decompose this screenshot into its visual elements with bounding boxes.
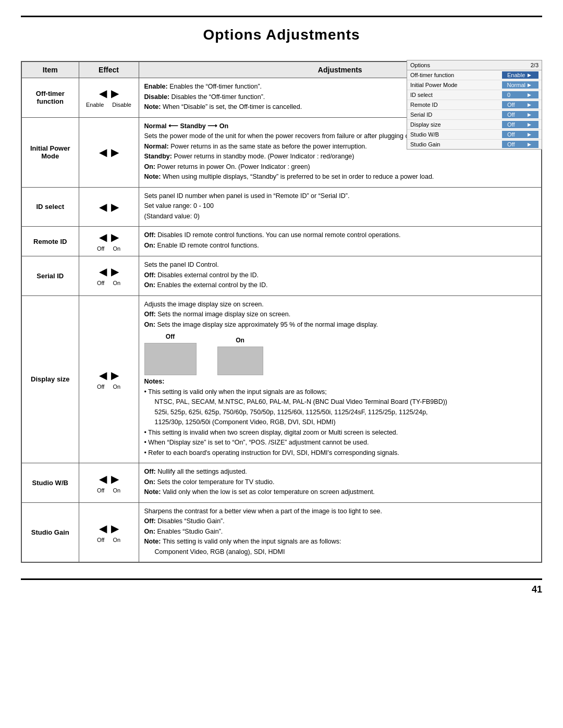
menu-row-label: Initial Power Mode — [410, 82, 502, 88]
adjustments-cell: Sets panel ID number when panel is used … — [139, 187, 542, 227]
left-arrow-icon[interactable]: ◀ — [99, 369, 107, 381]
adjustments-cell: Sharpens the contrast for a better view … — [139, 502, 542, 562]
menu-arrow-icon: ▶ — [528, 72, 531, 78]
effect-cell: ◀▶ — [79, 187, 139, 227]
adj-labeled-line: Off: Nullify all the settings adjusted. — [144, 467, 536, 477]
adj-labeled-line: On: Power returns in power On. (Power In… — [144, 163, 536, 172]
effect-label-left: Enable — [86, 102, 104, 108]
adj-notes-header: Notes: — [144, 377, 536, 387]
effect-cell: ◀▶ — [79, 117, 139, 187]
effect-label-right: On — [113, 537, 120, 543]
adj-labeled-line: On: Sets the image display size approxim… — [144, 320, 536, 330]
adjustments-cell: Sets the panel ID Control.Off: Disables … — [139, 256, 542, 296]
table-row: Serial ID◀▶OffOnSets the panel ID Contro… — [21, 256, 542, 296]
adj-labeled-line: Off: Disables external control by the ID… — [144, 271, 536, 280]
adj-plain: Adjusts the image display size on screen… — [144, 300, 536, 310]
effect-label-left: Off — [97, 537, 104, 543]
adj-labeled-line: Note: Valid only when the low is set as … — [144, 488, 536, 497]
arrow-control: ◀▶OffOn — [84, 522, 133, 543]
menu-arrow-icon: ▶ — [528, 132, 531, 137]
display-on-group: On — [217, 336, 263, 375]
effect-label-left: Off — [97, 384, 104, 390]
right-arrow-icon[interactable]: ▶ — [111, 265, 119, 278]
adj-labeled-line: Off: Disables “Studio Gain”. — [144, 517, 536, 526]
display-off-group: Off — [144, 332, 197, 375]
menu-row: Remote IDOff▶ — [407, 100, 542, 110]
menu-row: Studio GainOff▶ — [407, 140, 542, 149]
menu-row-label: ID select — [410, 92, 502, 98]
effect-cell: ◀▶OffOn — [79, 256, 139, 296]
adj-plain: (Standard value: 0) — [144, 212, 536, 221]
item-cell: Initial Power Mode — [21, 117, 79, 187]
display-on-rect — [217, 347, 263, 375]
effect-cell: ◀▶OffOn — [79, 463, 139, 503]
arrow-control: ◀▶OffOn — [84, 265, 133, 286]
menu-row-value: Off▶ — [502, 121, 538, 128]
right-arrow-icon[interactable]: ▶ — [111, 369, 119, 381]
table-row: Studio W/B◀▶OffOnOff: Nullify all the se… — [21, 463, 542, 503]
effect-cell: ◀▶OffOn — [79, 295, 139, 463]
header-effect: Effect — [79, 61, 139, 78]
table-row: ID select◀▶Sets panel ID number when pan… — [21, 187, 542, 227]
display-off-rect — [144, 343, 197, 375]
adj-indent: NTSC, PAL, SECAM, M.NTSC, PAL60, PAL-M, … — [144, 398, 536, 407]
left-arrow-icon[interactable]: ◀ — [99, 201, 107, 213]
adj-labeled-line: Note: This setting is valid only when th… — [144, 537, 536, 547]
adj-labeled-line: Off: Sets the normal image display size … — [144, 310, 536, 319]
arrow-control: ◀▶OffOn — [84, 473, 133, 493]
item-cell: ID select — [21, 187, 79, 227]
menu-row: Initial Power ModeNormal▶ — [407, 80, 542, 90]
right-arrow-icon[interactable]: ▶ — [111, 146, 119, 158]
page-title: Options Adjustments — [0, 17, 563, 51]
item-cell: Serial ID — [21, 256, 79, 296]
menu-arrow-icon: ▶ — [528, 112, 531, 117]
right-arrow-icon[interactable]: ▶ — [111, 201, 119, 213]
left-arrow-icon[interactable]: ◀ — [99, 473, 107, 485]
adj-bullet: • When “Display size” is set to “On”, “P… — [144, 438, 536, 448]
menu-row-value: Off▶ — [502, 101, 538, 108]
menu-row-value: 0▶ — [502, 91, 538, 98]
effect-label-left: Off — [97, 280, 104, 286]
effect-label-right: On — [113, 384, 120, 390]
right-arrow-icon[interactable]: ▶ — [111, 473, 119, 485]
right-arrow-icon[interactable]: ▶ — [111, 522, 119, 535]
left-arrow-icon[interactable]: ◀ — [99, 265, 107, 278]
table-row: Display size◀▶OffOnAdjusts the image dis… — [21, 295, 542, 463]
adj-plain: Set value range: 0 - 100 — [144, 202, 536, 211]
adj-labeled-line: On: Enables the external control by the … — [144, 281, 536, 290]
menu-row-label: Remote ID — [410, 102, 502, 108]
menu-row-value: Enable▶ — [502, 71, 538, 79]
menu-row-value: Off▶ — [502, 131, 538, 138]
left-arrow-icon[interactable]: ◀ — [99, 87, 107, 100]
display-off-label: Off — [166, 332, 175, 341]
adjustments-cell: Adjusts the image display size on screen… — [139, 295, 542, 463]
arrow-control: ◀▶EnableDisable — [84, 87, 133, 108]
page-number: 41 — [0, 580, 563, 599]
table-body: Off-timer function◀▶EnableDisableEnable:… — [21, 78, 542, 563]
effect-cell: ◀▶OffOn — [79, 502, 139, 562]
menu-row: Display sizeOff▶ — [407, 120, 542, 130]
menu-box-title: Options — [410, 62, 430, 68]
menu-arrow-icon: ▶ — [528, 102, 531, 107]
effect-label-left: Off — [97, 487, 104, 493]
adj-bullet: • Refer to each board's operating instru… — [144, 449, 536, 458]
left-arrow-icon[interactable]: ◀ — [99, 522, 107, 535]
right-arrow-icon[interactable]: ▶ — [111, 231, 119, 243]
arrow-control: ◀▶ — [84, 201, 133, 213]
menu-arrow-icon: ▶ — [528, 122, 531, 127]
menu-rows: Off-timer functionEnable▶Initial Power M… — [407, 70, 542, 149]
effect-label-right: On — [113, 245, 120, 252]
effect-label-right: On — [113, 280, 120, 286]
adj-labeled-line: Note: When using multiple displays, “Sta… — [144, 172, 536, 182]
header-item: Item — [21, 61, 79, 78]
effect-label-left: Off — [97, 245, 104, 252]
menu-row-label: Display size — [410, 121, 502, 128]
left-arrow-icon[interactable]: ◀ — [99, 231, 107, 243]
item-cell: Studio Gain — [21, 502, 79, 562]
arrow-control: ◀▶OffOn — [84, 231, 133, 252]
adj-labeled-line: On: Sets the color temperature for TV st… — [144, 478, 536, 487]
adj-indent: 525i, 525p, 625i, 625p, 750/60p, 750/50p… — [144, 408, 536, 417]
arrow-control: ◀▶ — [84, 146, 133, 158]
left-arrow-icon[interactable]: ◀ — [99, 146, 107, 158]
right-arrow-icon[interactable]: ▶ — [111, 87, 119, 100]
